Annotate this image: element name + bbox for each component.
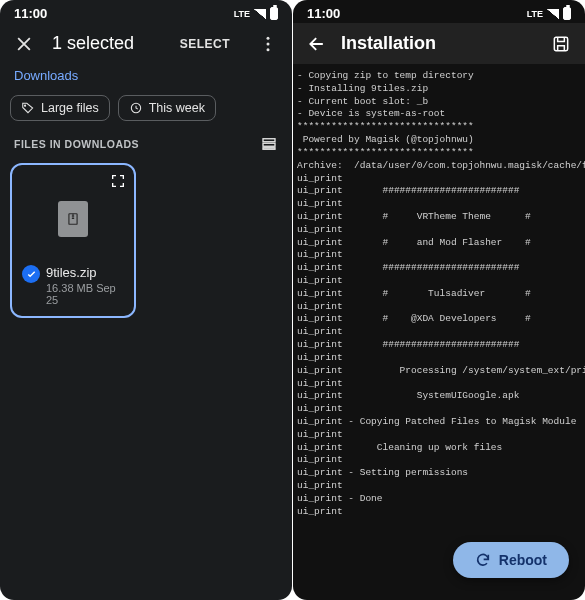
reboot-button[interactable]: Reboot xyxy=(453,542,569,578)
terminal-line: - Copying zip to temp directory xyxy=(297,70,585,83)
terminal-line: ui_print xyxy=(297,506,585,519)
chip-this-week[interactable]: This week xyxy=(118,95,216,121)
reboot-label: Reboot xyxy=(499,552,547,568)
battery-icon xyxy=(563,7,571,20)
terminal-line: Powered by Magisk (@topjohnwu) xyxy=(297,134,585,147)
terminal-line: ******************************* xyxy=(297,147,585,160)
svg-rect-7 xyxy=(263,148,275,150)
install-header: Installation xyxy=(293,23,585,64)
save-icon[interactable] xyxy=(551,34,571,54)
terminal-line: ui_print ######################## xyxy=(297,185,585,198)
terminal-line: ui_print - Done xyxy=(297,493,585,506)
terminal-line: ui_print # Tulsadiver # xyxy=(297,288,585,301)
terminal-line: ui_print Cleaning up work files xyxy=(297,442,585,455)
terminal-line: ui_print Processing /system/system_ext/p… xyxy=(297,365,585,378)
terminal-line: ui_print xyxy=(297,352,585,365)
svg-rect-5 xyxy=(263,139,275,142)
network-label: LTE xyxy=(234,9,250,19)
selection-header: 1 selected SELECT xyxy=(0,23,292,64)
svg-rect-9 xyxy=(554,37,567,50)
clock-icon xyxy=(129,101,143,115)
battery-icon xyxy=(270,7,278,20)
view-list-icon[interactable] xyxy=(260,135,278,153)
terminal-line: ui_print - Setting permissions xyxy=(297,467,585,480)
terminal-line: ui_print # and Mod Flasher # xyxy=(297,237,585,250)
filter-chips: Large files This week xyxy=(0,95,292,135)
terminal-line: ui_print ######################## xyxy=(297,262,585,275)
status-icons: LTE xyxy=(527,7,571,20)
svg-rect-6 xyxy=(263,143,275,146)
signal-icon xyxy=(254,9,266,19)
reboot-icon xyxy=(475,552,491,568)
select-button[interactable]: SELECT xyxy=(180,37,230,51)
file-thumbnail xyxy=(58,201,88,237)
terminal-line: ui_print xyxy=(297,403,585,416)
file-name: 9tiles.zip xyxy=(46,265,124,280)
svg-point-3 xyxy=(25,105,26,106)
status-time: 11:00 xyxy=(307,6,340,21)
terminal-line: ui_print xyxy=(297,326,585,339)
installation-screen: 11:00 LTE Installation - Copying zip to … xyxy=(293,0,585,600)
terminal-line: Archive: /data/user/0/com.topjohnwu.magi… xyxy=(297,160,585,173)
signal-icon xyxy=(547,9,559,19)
expand-icon[interactable] xyxy=(110,173,126,189)
terminal-line: - Device is system-as-root xyxy=(297,108,585,121)
header-title: 1 selected xyxy=(52,33,162,54)
terminal-line: ui_print xyxy=(297,429,585,442)
status-icons: LTE xyxy=(234,7,278,20)
terminal-line: ui_print xyxy=(297,173,585,186)
terminal-line: ui_print ######################## xyxy=(297,339,585,352)
chip-large-files[interactable]: Large files xyxy=(10,95,110,121)
section-label: FILES IN DOWNLOADS xyxy=(14,138,139,150)
status-bar: 11:00 LTE xyxy=(293,0,585,23)
file-meta: 16.38 MB Sep 25 xyxy=(46,282,124,306)
zip-icon xyxy=(66,211,80,227)
close-icon[interactable] xyxy=(14,34,34,54)
terminal-line: ui_print # VRTheme Theme # xyxy=(297,211,585,224)
chip-label: Large files xyxy=(41,101,99,115)
terminal-line: ui_print xyxy=(297,249,585,262)
page-title: Installation xyxy=(341,33,537,54)
file-card[interactable]: 9tiles.zip 16.38 MB Sep 25 xyxy=(10,163,136,318)
terminal-line: ui_print xyxy=(297,224,585,237)
file-picker-screen: 11:00 LTE 1 selected SELECT Downloads La… xyxy=(0,0,292,600)
svg-point-2 xyxy=(267,48,270,51)
terminal-line: ******************************* xyxy=(297,121,585,134)
svg-point-1 xyxy=(267,42,270,45)
status-time: 11:00 xyxy=(14,6,47,21)
terminal-line: ui_print xyxy=(297,301,585,314)
terminal-line: ui_print xyxy=(297,198,585,211)
checkmark-icon xyxy=(22,265,40,283)
status-bar: 11:00 LTE xyxy=(0,0,292,23)
terminal-output: - Copying zip to temp directory- Install… xyxy=(293,64,585,524)
terminal-line: ui_print SystemUIGoogle.apk xyxy=(297,390,585,403)
terminal-line: ui_print - Copying Patched Files to Magi… xyxy=(297,416,585,429)
terminal-line: - Installing 9tiles.zip xyxy=(297,83,585,96)
terminal-line: - Current boot slot: _b xyxy=(297,96,585,109)
network-label: LTE xyxy=(527,9,543,19)
more-icon[interactable] xyxy=(258,34,278,54)
terminal-line: ui_print xyxy=(297,454,585,467)
chip-label: This week xyxy=(149,101,205,115)
tag-icon xyxy=(21,101,35,115)
back-icon[interactable] xyxy=(307,34,327,54)
terminal-line: ui_print xyxy=(297,480,585,493)
terminal-line: ui_print xyxy=(297,275,585,288)
breadcrumb[interactable]: Downloads xyxy=(0,64,292,95)
svg-point-0 xyxy=(267,36,270,39)
section-header: FILES IN DOWNLOADS xyxy=(0,135,292,163)
terminal-line: ui_print xyxy=(297,378,585,391)
terminal-line: ui_print # @XDA Developers # xyxy=(297,313,585,326)
